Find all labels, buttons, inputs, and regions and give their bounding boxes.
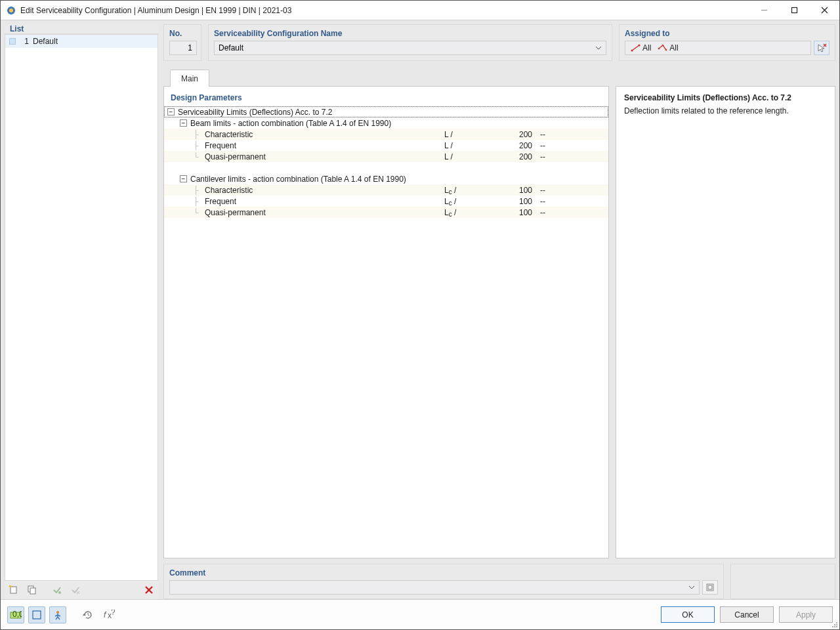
list-item[interactable]: 1 Default bbox=[5, 35, 158, 48]
tab-main[interactable]: Main bbox=[170, 70, 209, 87]
design-parameters-heading: Design Parameters bbox=[164, 87, 608, 106]
tree-row[interactable]: └Quasi-permanent L / 200 -- bbox=[164, 151, 608, 162]
symbol: Lc / bbox=[442, 208, 489, 217]
svg-line-18 bbox=[632, 45, 639, 51]
svg-text:?: ? bbox=[111, 610, 115, 617]
new-button[interactable] bbox=[6, 582, 22, 598]
svg-rect-6 bbox=[10, 587, 16, 593]
member-icon bbox=[631, 44, 640, 52]
svg-point-41 bbox=[836, 626, 837, 627]
window-title: Edit Serviceability Configuration | Alum… bbox=[20, 6, 749, 15]
description-panel: Serviceability Limits (Deflections) Acc.… bbox=[616, 86, 835, 558]
svg-point-11 bbox=[58, 591, 61, 594]
assign-pick-button[interactable] bbox=[814, 41, 830, 55]
history-icon bbox=[83, 610, 93, 620]
units-icon: 0,00 bbox=[10, 610, 22, 620]
assigned-tag-members: All bbox=[631, 43, 651, 52]
comment-field[interactable] bbox=[169, 580, 700, 595]
collapse-icon[interactable]: − bbox=[167, 108, 175, 116]
description-heading: Serviceability Limits (Deflections) Acc.… bbox=[624, 93, 827, 102]
frame-icon bbox=[32, 610, 42, 620]
minimize-button[interactable] bbox=[749, 1, 779, 20]
assigned-tag-member-sets: All bbox=[658, 43, 678, 52]
svg-line-37 bbox=[88, 615, 89, 616]
tree-row[interactable]: ├Characteristic Lc / 100 -- bbox=[164, 184, 608, 196]
svg-point-46 bbox=[836, 622, 837, 623]
chevron-down-icon bbox=[688, 583, 695, 593]
svg-point-44 bbox=[832, 626, 833, 627]
comment-label: Comment bbox=[164, 564, 723, 580]
tree-row[interactable]: ├Frequent Lc / 100 -- bbox=[164, 196, 608, 207]
view-toggle[interactable] bbox=[28, 606, 45, 623]
cancel-button[interactable]: Cancel bbox=[720, 606, 774, 623]
list-toolbar bbox=[5, 581, 158, 599]
library-icon bbox=[705, 583, 715, 592]
svg-text:f: f bbox=[104, 610, 107, 620]
svg-point-42 bbox=[834, 626, 835, 627]
name-panel: Serviceability Configuration Name Defaul… bbox=[208, 24, 612, 61]
svg-point-1 bbox=[9, 9, 13, 12]
assigned-field[interactable]: All All bbox=[625, 41, 811, 55]
description-text: Deflection limits related to the referen… bbox=[624, 106, 827, 116]
list-item-label: Default bbox=[33, 37, 58, 46]
no-field[interactable] bbox=[169, 41, 197, 55]
tabstrip: Main bbox=[163, 68, 835, 86]
assigned-label: Assigned to bbox=[620, 25, 835, 41]
symbol: Lc / bbox=[442, 186, 489, 195]
name-field[interactable]: Default bbox=[214, 41, 606, 55]
function-icon: fx? bbox=[103, 610, 115, 620]
app-icon bbox=[6, 5, 16, 16]
svg-rect-10 bbox=[30, 588, 35, 594]
svg-rect-3 bbox=[791, 8, 797, 13]
tree-root[interactable]: − Serviceability Limits (Deflections) Ac… bbox=[164, 106, 608, 117]
resize-grip-icon[interactable] bbox=[830, 620, 838, 628]
tree-row[interactable]: ├Frequent L / 200 -- bbox=[164, 140, 608, 151]
person-toggle[interactable] bbox=[49, 606, 66, 623]
history-button[interactable] bbox=[79, 606, 96, 623]
tree-group[interactable]: − Cantilever limits - action combination… bbox=[164, 173, 608, 184]
pick-cursor-icon bbox=[816, 43, 827, 53]
titlebar: Edit Serviceability Configuration | Alum… bbox=[1, 1, 839, 20]
exclude-button[interactable] bbox=[68, 582, 83, 598]
maximize-button[interactable] bbox=[779, 1, 809, 20]
tree-row[interactable]: └Quasi-permanent Lc / 100 -- bbox=[164, 207, 608, 218]
svg-point-29 bbox=[56, 611, 59, 614]
apply-button[interactable]: Apply bbox=[779, 606, 833, 623]
tree-row[interactable]: ├Characteristic L / 200 -- bbox=[164, 129, 608, 140]
close-button[interactable] bbox=[809, 1, 839, 20]
preview-panel bbox=[730, 564, 835, 599]
name-label: Serviceability Configuration Name bbox=[209, 25, 612, 41]
svg-text:0,00: 0,00 bbox=[12, 610, 22, 619]
person-icon bbox=[52, 610, 63, 620]
units-toggle[interactable]: 0,00 bbox=[7, 606, 24, 623]
delete-button[interactable] bbox=[141, 582, 157, 598]
name-value: Default bbox=[219, 43, 243, 52]
svg-rect-28 bbox=[33, 611, 41, 619]
svg-line-33 bbox=[56, 617, 58, 620]
config-list[interactable]: 1 Default bbox=[5, 34, 158, 581]
tree-group[interactable]: − Beam limits - action combination (Tabl… bbox=[164, 117, 608, 129]
collapse-icon[interactable]: − bbox=[180, 119, 187, 127]
ok-button[interactable]: OK bbox=[661, 606, 715, 623]
symbol: Lc / bbox=[442, 197, 489, 206]
member-set-icon bbox=[658, 44, 667, 52]
list-item-swatch-icon bbox=[9, 38, 16, 45]
svg-point-43 bbox=[836, 624, 837, 625]
tree-spacer bbox=[164, 162, 608, 173]
svg-point-45 bbox=[834, 624, 835, 625]
comment-library-button[interactable] bbox=[702, 580, 718, 595]
collapse-icon[interactable]: − bbox=[180, 175, 187, 182]
no-label: No. bbox=[164, 25, 201, 41]
svg-rect-25 bbox=[708, 585, 712, 589]
no-panel: No. bbox=[163, 24, 201, 61]
fx-button[interactable]: fx? bbox=[100, 606, 117, 623]
list-item-number: 1 bbox=[20, 37, 29, 46]
chevron-down-icon bbox=[595, 44, 602, 53]
include-button[interactable] bbox=[49, 582, 65, 598]
svg-line-34 bbox=[58, 617, 60, 620]
copy-button[interactable] bbox=[24, 582, 40, 598]
parameters-tree[interactable]: − Serviceability Limits (Deflections) Ac… bbox=[164, 106, 608, 218]
assigned-panel: Assigned to All All bbox=[619, 24, 835, 61]
